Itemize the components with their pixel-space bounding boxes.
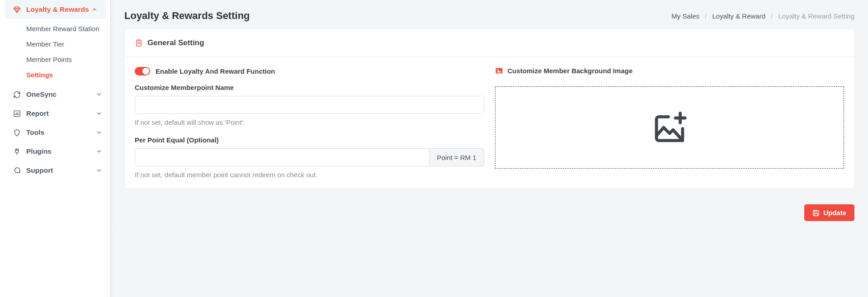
toggle-label: Enable Loyalty And Reward Function <box>156 67 275 75</box>
breadcrumb: My Sales / Loyalty & Reward / Loyalty & … <box>671 12 854 20</box>
sidebar-item-support[interactable]: Support <box>0 161 110 180</box>
breadcrumb-item[interactable]: My Sales <box>671 12 699 20</box>
sidebar-item-tools[interactable]: Tools <box>0 123 110 142</box>
save-icon <box>812 209 820 217</box>
refresh-icon <box>12 91 22 99</box>
sidebar-item-label: Tools <box>26 128 44 137</box>
svg-rect-7 <box>495 68 502 74</box>
sidebar-item-settings[interactable]: Settings <box>0 67 110 82</box>
sidebar-item-label: Plugins <box>26 147 52 156</box>
sidebar-item-report[interactable]: Report <box>0 104 110 123</box>
footer-actions: Update <box>111 189 868 221</box>
diamond-icon <box>12 6 22 14</box>
sidebar-item-label: Support <box>26 166 53 174</box>
sidebar-item-label: Loyalty & Rewards <box>26 5 89 14</box>
enable-loyalty-toggle[interactable] <box>135 67 150 75</box>
image-icon <box>495 67 503 74</box>
chevron-down-icon <box>96 91 102 98</box>
per-point-help: If not set, default member point cannot … <box>135 171 484 179</box>
memberpoint-name-input[interactable] <box>135 96 484 114</box>
sidebar-subitems-loyalty: Member Reward Station Member Tier Member… <box>0 21 110 82</box>
chevron-up-icon <box>91 6 98 13</box>
toolbox-icon <box>12 129 22 137</box>
sidebar-item-label: Report <box>26 109 49 118</box>
sidebar-item-onesync[interactable]: OneSync <box>0 85 110 104</box>
breadcrumb-item-current: Loyalty & Reward Setting <box>778 12 854 20</box>
card-header: General Setting <box>125 29 854 57</box>
chevron-down-icon <box>96 148 102 155</box>
chevron-down-icon <box>96 129 102 136</box>
sidebar-item-member-tier[interactable]: Member Tier <box>0 36 110 52</box>
svg-point-9 <box>497 69 498 70</box>
topbar: Loyalty & Rewards Setting My Sales / Loy… <box>111 0 868 29</box>
image-label: Customize Member Background Image <box>508 67 633 75</box>
clipboard-icon <box>135 39 143 47</box>
page-title: Loyalty & Rewards Setting <box>124 10 250 22</box>
barchart-icon <box>12 110 22 118</box>
update-button-label: Update <box>823 209 846 217</box>
breadcrumb-item[interactable]: Loyalty & Reward <box>712 12 766 20</box>
sidebar-item-member-points[interactable]: Member Points <box>0 52 110 67</box>
memberpoint-name-label: Customize Memberpoint Name <box>135 84 484 91</box>
update-button[interactable]: Update <box>804 204 854 221</box>
breadcrumb-sep: / <box>705 12 707 20</box>
plug-icon <box>12 148 22 156</box>
chevron-down-icon <box>96 110 102 117</box>
background-image-dropzone[interactable] <box>495 86 844 169</box>
sidebar-item-member-reward-station[interactable]: Member Reward Station <box>0 21 110 36</box>
per-point-input[interactable] <box>135 148 429 166</box>
main-content: Loyalty & Rewards Setting My Sales / Loy… <box>111 0 868 297</box>
sidebar-item-loyalty-rewards[interactable]: Loyalty & Rewards <box>5 0 106 19</box>
per-point-label: Per Point Equal (Optional) <box>135 136 484 144</box>
sidebar-item-plugins[interactable]: Plugins <box>0 142 110 161</box>
general-setting-card: General Setting Enable Loyalty And Rewar… <box>124 29 854 189</box>
sidebar: Loyalty & Rewards Member Reward Station … <box>0 0 111 297</box>
memberpoint-name-help: If not set, default will show as 'Point'… <box>135 118 484 126</box>
breadcrumb-sep: / <box>771 12 773 20</box>
chevron-down-icon <box>96 167 102 174</box>
svg-rect-4 <box>137 40 142 46</box>
sidebar-item-label: OneSync <box>26 90 57 99</box>
per-point-addon: Point = RM 1 <box>429 148 484 166</box>
card-title: General Setting <box>147 38 204 47</box>
chat-icon <box>12 167 22 174</box>
add-image-icon <box>651 108 689 146</box>
